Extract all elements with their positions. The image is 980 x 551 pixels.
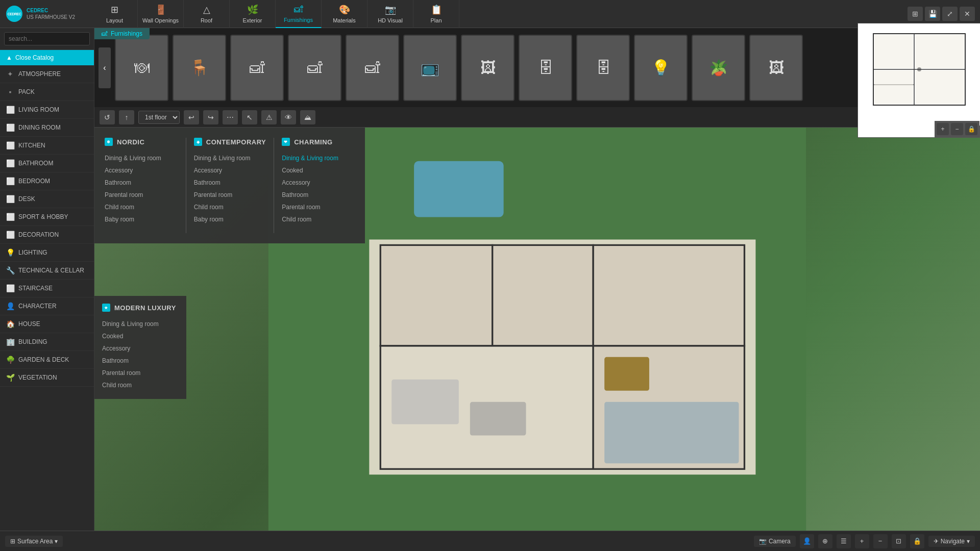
cursor-btn[interactable]: ↖ — [242, 110, 257, 124]
sidebar-item-bathroom[interactable]: ⬜ BATHROOM — [0, 155, 94, 172]
nordic-accessory-link[interactable]: Accessory — [105, 164, 178, 177]
grid-view-btn[interactable]: ⊞ — [908, 7, 923, 21]
thumb-item-5[interactable]: 📺 — [403, 35, 457, 101]
zoom-in-view-btn[interactable]: + — [855, 534, 869, 548]
person-btn[interactable]: 👤 — [800, 534, 814, 548]
charming-column: ❤ CHARMING Dining & Living room Cooked A… — [274, 138, 355, 233]
sidebar-item-dining-room[interactable]: ⬜ DINING ROOM — [0, 119, 94, 137]
tool-layout[interactable]: ⊞ Layout — [92, 0, 138, 28]
sidebar-item-decoration[interactable]: ⬜ DECORATION — [0, 226, 94, 244]
close-btn[interactable]: ✕ — [960, 7, 975, 21]
lock-btn[interactable]: 🔒 — [965, 123, 977, 135]
sidebar-item-staircase[interactable]: ⬜ STAIRCASE — [0, 280, 94, 297]
save-btn[interactable]: 💾 — [925, 7, 940, 21]
nordic-dining-link[interactable]: Dining & Living room — [105, 152, 178, 164]
thumb-item-9[interactable]: 💡 — [634, 35, 688, 101]
surface-area-btn[interactable]: ⊞ Surface Area ▾ — [5, 536, 63, 547]
modern-luxury-bathroom-link[interactable]: Bathroom — [102, 355, 179, 367]
eye-btn[interactable]: 👁 — [281, 110, 296, 124]
sidebar-item-character[interactable]: 👤 CHARACTER — [0, 297, 94, 315]
warning-btn[interactable]: ⚠ — [261, 110, 277, 124]
camera-icon: 📷 — [759, 538, 767, 545]
contemporary-parental-link[interactable]: Parental room — [194, 189, 266, 201]
refresh-btn[interactable]: ↺ — [100, 110, 115, 124]
contemporary-dining-link[interactable]: Dining & Living room — [194, 152, 266, 164]
thumb-item-11[interactable]: 🖼 — [749, 35, 803, 101]
sidebar-item-lighting[interactable]: 💡 LIGHTING — [0, 244, 94, 262]
contemporary-header: ◈ CONTEMPORARY — [194, 138, 266, 146]
navigate-icon: ✈ — [934, 538, 939, 545]
contemporary-accessory-link[interactable]: Accessory — [194, 164, 266, 177]
charming-accessory-link[interactable]: Accessory — [282, 177, 347, 189]
svg-rect-5 — [593, 245, 744, 345]
thumb-item-3[interactable]: 🛋 — [288, 35, 341, 101]
lock-view-btn[interactable]: 🔒 — [910, 534, 924, 548]
thumb-item-6[interactable]: 🖼 — [461, 35, 514, 101]
tool-hd-visual[interactable]: 📷 HD Visual — [368, 0, 413, 28]
tool-materials[interactable]: 🎨 Materials — [322, 0, 368, 28]
zoom-out-btn[interactable]: − — [951, 123, 963, 135]
tool-roof[interactable]: △ Roof — [184, 0, 230, 28]
zoom-out-view-btn[interactable]: − — [873, 534, 888, 548]
modern-luxury-parental-link[interactable]: Parental room — [102, 367, 179, 379]
charming-cooked-link[interactable]: Cooked — [282, 164, 347, 177]
camera-btn[interactable]: 📷 Camera — [754, 536, 796, 547]
materials-icon: 🎨 — [339, 4, 350, 15]
sidebar-item-building[interactable]: 🏢 BUILDING — [0, 333, 94, 351]
charming-child-link[interactable]: Child room — [282, 213, 347, 226]
thumb-item-8[interactable]: 🗄 — [576, 35, 630, 101]
sidebar-item-sport-hobby[interactable]: ⬜ SPORT & HOBBY — [0, 208, 94, 226]
tool-wall-openings[interactable]: 🚪 Wall Openings — [138, 0, 184, 28]
floor-select[interactable]: 1st floor — [138, 111, 180, 124]
tool-exterior[interactable]: 🌿 Exterior — [230, 0, 276, 28]
contemporary-child-link[interactable]: Child room — [194, 201, 266, 213]
mountain-btn[interactable]: ⛰ — [300, 110, 315, 124]
charming-dining-link[interactable]: Dining & Living room — [282, 152, 347, 164]
sidebar-item-kitchen[interactable]: ⬜ KITCHEN — [0, 137, 94, 155]
search-input[interactable] — [4, 32, 90, 45]
tool-furnishings[interactable]: 🛋 Furnishings — [276, 0, 322, 28]
sidebar-item-vegetation[interactable]: 🌱 VEGETATION — [0, 369, 94, 387]
more-btn[interactable]: ⋯ — [223, 110, 238, 124]
charming-bathroom-link[interactable]: Bathroom — [282, 189, 347, 201]
thumb-item-1[interactable]: 🪑 — [173, 35, 226, 101]
tool-plan[interactable]: 📋 Plan — [413, 0, 459, 28]
modern-luxury-accessory-link[interactable]: Accessory — [102, 342, 179, 355]
undo-btn[interactable]: ↩ — [184, 110, 199, 124]
sidebar-item-house[interactable]: 🏠 HOUSE — [0, 315, 94, 333]
nordic-parental-link[interactable]: Parental room — [105, 189, 178, 201]
modern-luxury-dining-link[interactable]: Dining & Living room — [102, 318, 179, 330]
sidebar-item-bedroom[interactable]: ⬜ BEDROOM — [0, 172, 94, 190]
modern-luxury-cooked-link[interactable]: Cooked — [102, 330, 179, 342]
redo-btn[interactable]: ↪ — [203, 110, 218, 124]
close-catalog-btn[interactable]: ▲ Close Catalog — [0, 50, 94, 65]
thumb-item-7[interactable]: 🗄 — [519, 35, 572, 101]
view-mode-btn[interactable]: ⊕ — [818, 534, 832, 548]
thumb-item-10[interactable]: 🪴 — [692, 35, 745, 101]
nordic-baby-link[interactable]: Baby room — [105, 213, 178, 226]
thumbnail-bar: ‹ 🍽 🪑 🛋 🛋 🛋 📺 🖼 🗄 🗄 💡 — [94, 28, 980, 107]
sidebar-item-technical[interactable]: 🔧 TECHNICAL & CELLAR — [0, 262, 94, 280]
contemporary-bathroom-link[interactable]: Bathroom — [194, 177, 266, 189]
sidebar-item-pack[interactable]: ▪ PACK — [0, 83, 94, 101]
nordic-child-link[interactable]: Child room — [105, 201, 178, 213]
zoom-in-btn[interactable]: + — [937, 123, 949, 135]
sidebar-item-desk[interactable]: ⬜ DESK — [0, 190, 94, 208]
nordic-bathroom-link[interactable]: Bathroom — [105, 177, 178, 189]
sidebar-item-garden[interactable]: 🌳 GARDEN & DECK — [0, 351, 94, 369]
thumb-img-3: 🛋 — [289, 36, 340, 100]
thumb-item-0[interactable]: 🍽 — [115, 35, 168, 101]
zoom-reset-btn[interactable]: ⊡ — [892, 534, 906, 548]
navigate-btn[interactable]: ✈ Navigate ▾ — [928, 536, 975, 547]
contemporary-baby-link[interactable]: Baby room — [194, 213, 266, 226]
move-up-btn[interactable]: ↑ — [119, 110, 134, 124]
modern-luxury-child-link[interactable]: Child room — [102, 379, 179, 391]
thumb-item-2[interactable]: 🛋 — [230, 35, 284, 101]
sidebar-item-atmosphere[interactable]: ✦ ATMOSPHERE — [0, 65, 94, 83]
expand-btn[interactable]: ⤢ — [942, 7, 958, 21]
view-list-btn[interactable]: ☰ — [837, 534, 851, 548]
charming-parental-link[interactable]: Parental room — [282, 201, 347, 213]
sidebar-item-living-room[interactable]: ⬜ LIVING ROOM — [0, 101, 94, 119]
thumb-prev-btn[interactable]: ‹ — [99, 47, 111, 88]
thumb-item-4[interactable]: 🛋 — [346, 35, 399, 101]
